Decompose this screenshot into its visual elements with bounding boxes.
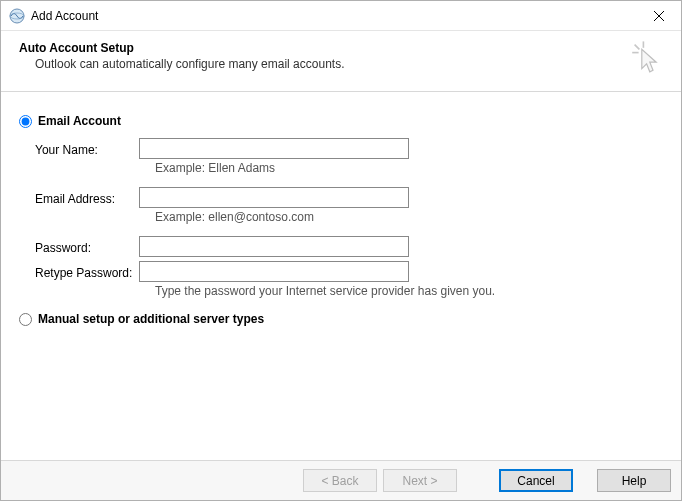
- app-icon: [9, 8, 25, 24]
- name-hint: Example: Ellen Adams: [155, 161, 663, 175]
- back-button: < Back: [303, 469, 377, 492]
- wizard-footer: < Back Next > Cancel Help: [1, 460, 681, 500]
- titlebar: Add Account: [1, 1, 681, 31]
- email-form: Your Name: Example: Ellen Adams Email Ad…: [35, 138, 663, 298]
- next-button: Next >: [383, 469, 457, 492]
- email-hint: Example: ellen@contoso.com: [155, 210, 663, 224]
- email-input[interactable]: [139, 187, 409, 208]
- password-hint: Type the password your Internet service …: [155, 284, 663, 298]
- email-label: Email Address:: [35, 190, 139, 206]
- name-label: Your Name:: [35, 141, 139, 157]
- radio-manual-setup-label: Manual setup or additional server types: [38, 312, 264, 326]
- cursor-icon: [629, 41, 661, 77]
- name-input[interactable]: [139, 138, 409, 159]
- svg-line-6: [635, 45, 640, 50]
- password-input[interactable]: [139, 236, 409, 257]
- header-subtitle: Outlook can automatically configure many…: [35, 57, 629, 71]
- password-label: Password:: [35, 239, 139, 255]
- radio-email-account-input[interactable]: [19, 115, 32, 128]
- wizard-header: Auto Account Setup Outlook can automatic…: [1, 31, 681, 92]
- radio-manual-setup[interactable]: Manual setup or additional server types: [19, 312, 663, 326]
- retype-password-input[interactable]: [139, 261, 409, 282]
- close-button[interactable]: [636, 1, 681, 30]
- window-title: Add Account: [31, 9, 636, 23]
- radio-email-account[interactable]: Email Account: [19, 114, 663, 128]
- cancel-button[interactable]: Cancel: [499, 469, 573, 492]
- radio-email-account-label: Email Account: [38, 114, 121, 128]
- add-account-window: Add Account Auto Account Setup Outlook c…: [0, 0, 682, 501]
- radio-manual-setup-input[interactable]: [19, 313, 32, 326]
- wizard-content: Email Account Your Name: Example: Ellen …: [1, 92, 681, 460]
- retype-label: Retype Password:: [35, 264, 139, 280]
- close-icon: [654, 11, 664, 21]
- help-button[interactable]: Help: [597, 469, 671, 492]
- header-title: Auto Account Setup: [19, 41, 629, 55]
